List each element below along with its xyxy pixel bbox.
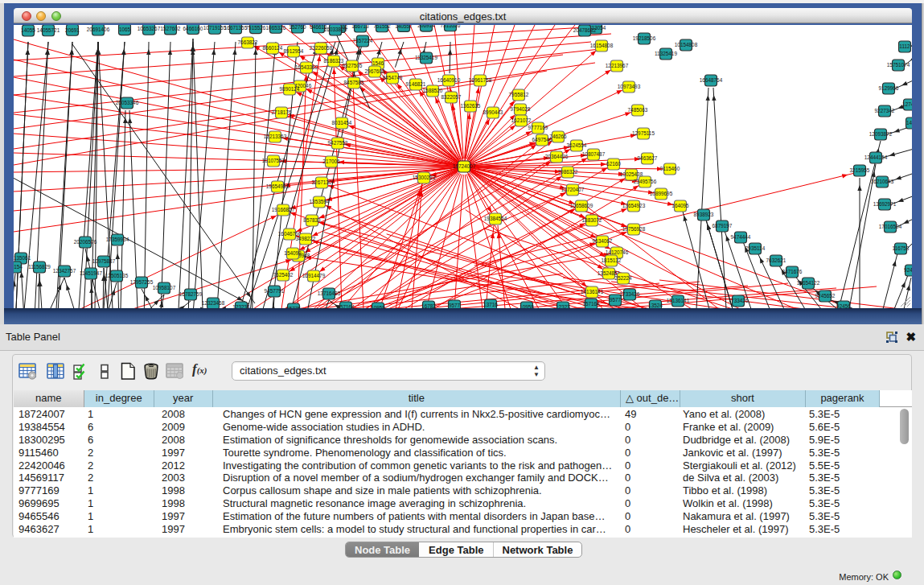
svg-text:7625402: 7625402: [273, 272, 294, 278]
svg-text:1112: 1112: [899, 43, 910, 49]
svg-text:10719155: 10719155: [203, 25, 227, 31]
svg-text:16961758: 16961758: [469, 77, 492, 83]
svg-text:1362635: 1362635: [461, 103, 481, 109]
svg-text:9227342: 9227342: [875, 108, 895, 113]
svg-text:20691406: 20691406: [87, 27, 110, 32]
svg-text:10975887: 10975887: [92, 258, 116, 264]
svg-text:1135061: 1135061: [14, 255, 31, 261]
svg-text:11325419: 11325419: [655, 51, 677, 56]
svg-text:16671355: 16671355: [224, 25, 248, 31]
svg-text:10807487: 10807487: [582, 151, 606, 157]
svg-text:92450: 92450: [904, 267, 912, 273]
svg-text:9577: 9577: [610, 297, 622, 303]
svg-text:17359934: 17359934: [106, 237, 129, 242]
svg-text:16648764: 16648764: [700, 77, 723, 83]
svg-text:3267130: 3267130: [312, 179, 332, 185]
svg-text:9427552: 9427552: [328, 140, 348, 146]
svg-text:20691: 20691: [65, 27, 80, 33]
svg-text:18724007: 18724007: [453, 163, 476, 169]
svg-text:9146821: 9146821: [406, 81, 426, 87]
svg-text:9634067: 9634067: [593, 238, 613, 244]
svg-text:7357224: 7357224: [353, 38, 373, 43]
svg-text:1065326: 1065326: [266, 25, 286, 31]
svg-text:9794028: 9794028: [511, 106, 531, 112]
svg-text:12975115: 12975115: [632, 130, 655, 136]
svg-text:13720407: 13720407: [561, 187, 585, 192]
svg-text:16210643: 16210643: [871, 179, 894, 184]
svg-text:16543362: 16543362: [295, 64, 318, 70]
svg-text:1546: 1546: [372, 60, 384, 66]
svg-text:7485063: 7485063: [628, 107, 648, 113]
svg-text:62160: 62160: [606, 161, 621, 167]
svg-text:152760: 152760: [289, 25, 306, 30]
svg-text:10658609: 10658609: [570, 203, 593, 208]
svg-text:9115460: 9115460: [660, 166, 680, 171]
svg-text:13654923: 13654923: [622, 203, 646, 208]
svg-text:20206576: 20206576: [74, 239, 97, 245]
svg-text:8471676: 8471676: [782, 269, 803, 274]
svg-text:7955812: 7955812: [509, 92, 529, 97]
svg-text:3215955: 3215955: [850, 167, 870, 173]
svg-text:10654122: 10654122: [797, 280, 820, 286]
svg-text:154099: 154099: [284, 250, 302, 256]
svg-text:10107553: 10107553: [262, 158, 285, 163]
svg-text:16914479: 16914479: [302, 273, 326, 278]
svg-text:140557: 140557: [395, 25, 413, 29]
svg-text:157164: 157164: [582, 301, 600, 307]
svg-text:9577: 9577: [449, 303, 461, 308]
svg-text:7986322: 7986322: [558, 169, 578, 175]
svg-text:252224: 252224: [614, 275, 632, 281]
svg-text:10958107: 10958107: [153, 285, 176, 290]
svg-text:9457791: 9457791: [265, 288, 285, 294]
svg-text:1733426: 1733426: [620, 291, 640, 297]
svg-text:11325419: 11325419: [415, 55, 437, 60]
svg-text:2718176: 2718176: [272, 109, 292, 115]
svg-text:17016504: 17016504: [879, 224, 902, 229]
svg-text:9777169: 9777169: [528, 125, 548, 130]
svg-text:6497546: 6497546: [532, 137, 552, 142]
svg-text:23226058: 23226058: [310, 45, 333, 51]
svg-text:9327505: 9327505: [343, 63, 363, 68]
svg-text:8186323: 8186323: [324, 58, 344, 64]
svg-text:1527602: 1527602: [161, 26, 181, 31]
svg-text:13716485: 13716485: [318, 290, 341, 296]
svg-text:1733426: 1733426: [729, 298, 749, 303]
svg-text:8457585: 8457585: [344, 80, 364, 85]
svg-text:9129966: 9129966: [879, 85, 899, 91]
svg-text:1467: 1467: [906, 120, 912, 126]
svg-text:7632621: 7632621: [766, 257, 786, 263]
svg-text:14055721: 14055721: [37, 27, 60, 33]
svg-text:16154808: 16154808: [590, 43, 614, 48]
svg-text:9245652: 9245652: [815, 293, 836, 299]
svg-text:7663822: 7663822: [238, 39, 258, 45]
svg-text:10899695: 10899695: [650, 191, 673, 196]
svg-text:12444154: 12444154: [864, 154, 888, 160]
svg-text:12342757: 12342757: [53, 268, 76, 274]
svg-text:3624554: 3624554: [567, 142, 587, 148]
svg-text:10154808: 10154808: [675, 42, 698, 47]
svg-text:116753: 116753: [893, 245, 910, 251]
svg-text:15136141: 15136141: [667, 298, 690, 303]
svg-text:166713: 166713: [351, 25, 369, 29]
svg-text:1883072: 1883072: [582, 217, 602, 223]
svg-text:20478682: 20478682: [573, 27, 597, 33]
svg-text:10973493: 10973493: [618, 84, 641, 89]
svg-text:11451947: 11451947: [80, 270, 102, 276]
svg-text:8454749: 8454749: [383, 75, 403, 80]
svg-text:15751074: 15751074: [887, 62, 910, 68]
svg-text:751552: 751552: [373, 25, 391, 29]
svg-text:12746: 12746: [902, 101, 912, 107]
svg-text:8322057: 8322057: [441, 94, 462, 100]
svg-text:9463627: 9463627: [638, 155, 658, 161]
svg-text:17957255: 17957255: [130, 279, 154, 285]
svg-text:2967608: 2967608: [365, 68, 385, 74]
svg-text:1065: 1065: [119, 27, 131, 32]
svg-text:13524: 13524: [648, 303, 663, 308]
svg-text:12323468: 12323468: [202, 300, 225, 306]
svg-text:2935114: 2935114: [745, 245, 766, 251]
svg-text:13716: 13716: [483, 302, 498, 307]
svg-text:3498222: 3498222: [296, 236, 316, 241]
svg-text:8912954: 8912954: [284, 48, 304, 54]
svg-text:746266: 746266: [549, 134, 567, 139]
svg-text:164095: 164095: [671, 203, 689, 208]
